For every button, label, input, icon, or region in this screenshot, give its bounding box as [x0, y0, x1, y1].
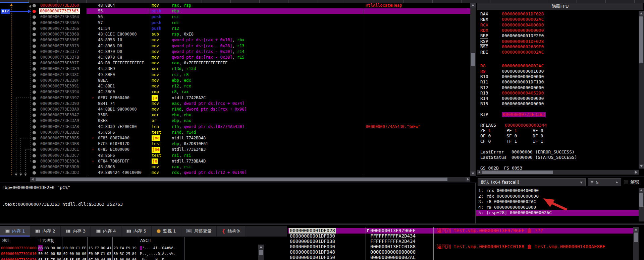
breakpoint-dot[interactable]	[33, 73, 36, 77]
disasm-row[interactable]: 00000000773E338C49:8BF0movrsi, r8	[0, 72, 470, 78]
dump-row[interactable]: 00000000773910008BB390000000C1EE15F7D641…	[0, 245, 258, 251]
registers-vscrollbar[interactable]	[639, 11, 644, 169]
scroll-up-icon[interactable]	[633, 227, 639, 232]
scrollbar-thumb[interactable]	[471, 53, 475, 66]
register-row[interactable]: RIP00000000773E3363	[476, 112, 637, 117]
dump-row[interactable]: 0000000077391020035575000E85854E0700448B…	[0, 257, 258, 260]
dock-tab[interactable]: 内存 5	[121, 226, 152, 237]
scroll-left-icon[interactable]	[30, 177, 35, 182]
stack-row[interactable]: 00000000001DF028000000013F9796EF返回到 test…	[288, 228, 639, 234]
scroll-left-icon[interactable]	[477, 170, 482, 175]
argument-count-stepper[interactable]: 5	[588, 178, 621, 186]
register-row[interactable]: R150000000000000000	[476, 101, 637, 107]
breakpoint-dot[interactable]	[33, 119, 36, 123]
memory-dump-panel[interactable]: 地址 十六进制 ASCII 00000000773910008BB3900000…	[0, 237, 265, 260]
disasm-row[interactable]: 00000000773E33774C:8970 D0movqword ptr d…	[0, 49, 470, 55]
disasm-row[interactable]: 00000000773E337B4C:8978 C8movqword ptr d…	[0, 55, 470, 60]
disasm-row[interactable]: 00000000773E336048:8BC4movrax, rspRtlAll…	[0, 3, 470, 8]
disasm-row[interactable]: 00000000773E33A733DBxorebx, ebx	[0, 112, 470, 118]
breakpoint-dot[interactable]	[33, 171, 36, 175]
breakpoint-dot[interactable]	[33, 39, 36, 42]
dock-tab[interactable]: 内存 2	[30, 226, 60, 237]
disasm-row[interactable]: 00000000773E33AB4C:8D3D 7E200C00lear15, …	[0, 124, 470, 130]
stepper-up-icon[interactable]	[615, 181, 618, 183]
stack-row[interactable]: 00000000001DF0480000000000000000	[288, 250, 639, 255]
scroll-down-icon[interactable]	[639, 164, 644, 169]
register-row[interactable]: RSI00000000002689E0	[476, 44, 637, 50]
dock-tab[interactable]: 内存 3	[61, 226, 91, 237]
breakpoint-dot[interactable]	[33, 114, 36, 117]
register-row[interactable]: RCX0000000000400000	[476, 22, 637, 28]
disasm-row[interactable]: 00000000773E33A044:8BB1 98000000movr14d,…	[0, 107, 470, 112]
register-row[interactable]: R120000000000000000	[476, 85, 637, 90]
register-row[interactable]: RAX00000000001DF028	[476, 11, 637, 17]
breakpoint-dot[interactable]	[33, 50, 36, 54]
scrollbar-thumb[interactable]	[482, 171, 553, 174]
dock-tab[interactable]: {结构体	[217, 226, 246, 237]
dump-row[interactable]: 0000000077391010500100B802000000F00FC103…	[0, 251, 258, 257]
disasm-row[interactable]: 00000000773E339D8B41 74moveax, dword ptr…	[0, 101, 470, 107]
dock-tab[interactable]: x=局部变量	[181, 226, 217, 237]
disassembly-panel[interactable]: RIP 00000000773E336048:8BC4movrax, rspRt…	[0, 3, 476, 182]
disasm-row[interactable]: 00000000773E336456pushrsi	[0, 14, 470, 20]
disasm-row[interactable]: 00000000773E33B5˅0F85 8D870400jnentdll.7…	[0, 135, 470, 141]
window-tab-strip[interactable]	[0, 0, 644, 3]
scroll-right-icon[interactable]	[466, 177, 470, 182]
breakpoint-dot[interactable]	[33, 160, 36, 163]
breakpoint-dot[interactable]	[33, 33, 36, 36]
scrollbar-thumb[interactable]	[639, 193, 643, 207]
disasm-row[interactable]: 00000000773E3397˅0F87 8F860400jantdll.77…	[0, 95, 470, 101]
disasm-row[interactable]: 00000000773E336848:81EC E8000000subrsp, …	[0, 31, 470, 37]
register-row[interactable]: RFLAGS0000000000000344	[476, 123, 637, 128]
disasm-row[interactable]: 00000000773E33914C:8BE1movr12, rcx	[0, 83, 470, 89]
disasm-row[interactable]: 00000000773E336355pushrbp	[0, 8, 470, 14]
dock-tab[interactable]: 内存 1	[0, 226, 30, 237]
breakpoint-dot[interactable]	[33, 154, 36, 157]
breakpoint-dot[interactable]	[33, 45, 36, 48]
disasm-row[interactable]: 00000000773E33C1˅0F85 EC000000jnentdll.7…	[0, 147, 470, 152]
register-row[interactable]: RSP00000000001DF028	[476, 39, 637, 44]
scrollbar-thumb[interactable]	[639, 16, 643, 63]
argument-row[interactable]: 1: rcx 0000000000400000	[476, 188, 639, 194]
breakpoint-dot[interactable]	[33, 102, 36, 106]
dock-tab[interactable]: 内存 4	[91, 226, 121, 237]
breakpoint-dot[interactable]	[33, 62, 36, 65]
register-row[interactable]: R1100000000001DF1B0	[476, 79, 637, 85]
register-row[interactable]: RDX0000000000000000	[476, 28, 637, 33]
breakpoint-dot[interactable]	[33, 137, 36, 140]
disasm-row[interactable]: 00000000773E336641:54pushr12	[0, 26, 470, 31]
stack-row[interactable]: 00000000001DF05000000000000002AC	[288, 255, 639, 260]
disasm-hscrollbar[interactable]	[30, 177, 470, 182]
disasm-row[interactable]: 00000000773E336F48:8958 10movqword ptr d…	[0, 37, 470, 43]
breakpoint-dot[interactable]	[33, 67, 36, 71]
args-vscrollbar[interactable]	[639, 188, 644, 221]
breakpoint-dot[interactable]	[33, 148, 36, 151]
stack-row[interactable]: 00000000001DF038FFFFFFFFFFA2D434	[288, 239, 639, 244]
register-row[interactable]: RBP00000000001DF2E0	[476, 33, 637, 39]
disasm-row[interactable]: 00000000773E338F8BEAmovebp, edx	[0, 78, 470, 83]
register-row[interactable]: RBX00000000000002AC	[476, 17, 637, 22]
scrollbar-thumb[interactable]	[634, 233, 638, 242]
disasm-vscrollbar[interactable]	[470, 3, 476, 176]
scroll-up-icon[interactable]	[258, 245, 264, 249]
breakpoint-dot[interactable]	[33, 166, 36, 169]
disasm-row[interactable]: 00000000773E33BBF7C5 610F817Dtestebp, 0x…	[0, 141, 470, 147]
breakpoint-dot[interactable]	[33, 90, 36, 94]
breakpoint-dot[interactable]	[33, 85, 36, 88]
breakpoint-dot[interactable]	[33, 15, 36, 19]
registers-hscrollbar[interactable]	[477, 170, 639, 175]
breakpoint-dot[interactable]	[33, 27, 36, 30]
calling-convention-select[interactable]: 默认 (x64 fastcall)	[478, 178, 586, 186]
stack-row[interactable]: 00000000001DF030FFFFFFFFFFA2D434	[288, 234, 639, 239]
scrollbar-thumb[interactable]	[36, 178, 447, 181]
stack-panel[interactable]: 00000000001DF028000000013F9796EF返回到 test…	[288, 227, 639, 260]
stack-vscrollbar[interactable]	[633, 227, 639, 260]
unlock-checkbox[interactable]	[624, 180, 628, 184]
disasm-row[interactable]: 00000000773E33A90BE8orebp, eax	[0, 118, 470, 124]
breakpoint-dot[interactable]	[33, 131, 36, 134]
disasm-row[interactable]: 00000000773E33C748:85F6testrsi, rsi	[0, 153, 470, 158]
breakpoint-dot[interactable]	[33, 4, 36, 7]
disasm-row[interactable]: 00000000773E33734C:8968 D8movqword ptr d…	[0, 43, 470, 49]
scroll-down-icon[interactable]	[470, 171, 476, 176]
disasm-row[interactable]: 00000000773E336557pushrdi	[0, 20, 470, 26]
